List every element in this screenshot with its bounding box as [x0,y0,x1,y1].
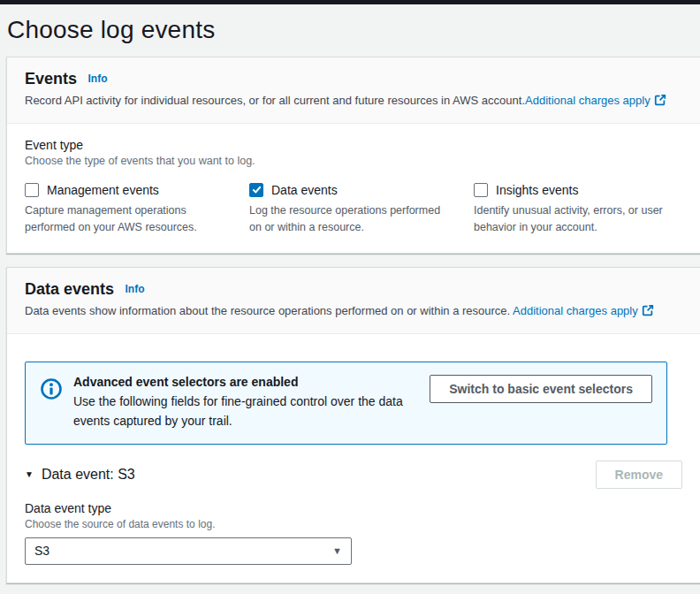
external-link-icon [642,304,654,322]
events-card-title: Events [25,70,77,88]
data-event-type-help: Choose the source of data events to log. [25,518,682,530]
events-card-header: Events Info Record API activity for indi… [7,57,700,124]
remove-button[interactable]: Remove [596,461,682,489]
triangle-down-icon: ▼ [25,469,34,479]
insights-events-description: Identify unusual activity, errors, or us… [474,202,682,236]
switch-to-basic-selectors-button[interactable]: Switch to basic event selectors [430,375,652,403]
events-card-body: Event type Choose the type of events tha… [7,124,700,254]
data-event-section-title: Data event: S3 [42,467,135,483]
events-card-description: Record API activity for individual resou… [25,93,682,111]
data-event-type-select[interactable]: S3 ▼ [25,537,352,565]
page-title: Choose log events [0,4,700,57]
alert-text-block: Advanced event selectors are enabled Use… [73,375,419,430]
data-events-description: Log the resource operations performed on… [249,202,458,236]
data-events-card-description: Data events show information about the r… [25,303,682,322]
data-events-label: Data events [271,183,338,197]
event-type-help: Choose the type of events that you want … [25,155,682,167]
events-card: Events Info Record API activity for indi… [6,57,700,254]
option-management-events: Management events Capture management ope… [25,183,233,236]
data-events-checkbox[interactable] [249,183,263,197]
event-type-options: Management events Capture management ope… [25,183,682,236]
select-value: S3 [34,544,49,558]
info-circle-icon [40,377,63,404]
data-events-card-header: Data events Info Data events show inform… [7,268,700,334]
data-events-card: Data events Info Data events show inform… [6,267,700,583]
event-type-label: Event type [25,138,682,152]
chevron-down-icon: ▼ [332,545,342,556]
events-info-link[interactable]: Info [88,72,107,85]
insights-events-label: Insights events [496,183,578,197]
data-events-card-body: Advanced event selectors are enabled Use… [7,334,700,582]
management-events-checkbox[interactable] [25,183,39,197]
data-events-additional-charges-link[interactable]: Additional charges apply [513,304,638,317]
management-events-checkbox-row[interactable]: Management events [25,183,233,197]
data-events-checkbox-row[interactable]: Data events [249,183,458,197]
alert-title: Advanced event selectors are enabled [73,375,419,389]
insights-events-checkbox[interactable] [474,183,488,197]
management-events-description: Capture management operations performed … [25,202,233,236]
management-events-label: Management events [47,183,159,197]
advanced-selectors-alert: Advanced event selectors are enabled Use… [25,362,667,444]
additional-charges-link[interactable]: Additional charges apply [525,94,651,107]
insights-events-checkbox-row[interactable]: Insights events [474,183,682,197]
option-data-events: Data events Log the resource operations … [249,183,458,236]
data-event-type-label: Data event type [25,501,682,515]
data-events-card-title: Data events [25,280,114,298]
external-link-icon [654,94,666,111]
data-events-info-link[interactable]: Info [126,283,145,295]
alert-description: Use the following fields for fine-graine… [73,392,419,430]
events-description-text: Record API activity for individual resou… [25,94,525,107]
data-event-expander[interactable]: ▼ Data event: S3 [25,467,135,483]
data-event-section-header: ▼ Data event: S3 Remove [25,461,682,489]
option-insights-events: Insights events Identify unusual activit… [474,183,682,236]
data-events-description-text: Data events show information about the r… [25,304,513,317]
